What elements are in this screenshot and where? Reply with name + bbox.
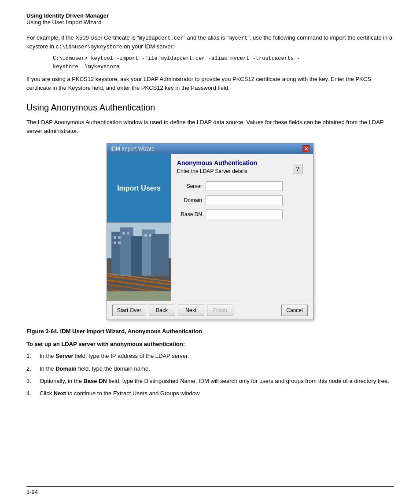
domain-field-row: Domain (177, 195, 307, 205)
page-footer: 3-94 (26, 486, 394, 495)
svg-rect-13 (144, 234, 147, 237)
next-button[interactable]: Next (178, 305, 204, 316)
section-intro: The LDAP Anonymous Authentication window… (26, 118, 394, 135)
basedn-input[interactable] (206, 210, 283, 219)
building-svg (107, 222, 171, 301)
step1-bold: Server (55, 353, 73, 359)
cancel-button[interactable]: Cancel (281, 305, 308, 316)
svg-rect-6 (151, 234, 169, 276)
code-line-2: keystore .\mykeystore (53, 63, 394, 71)
paragraph-2: If you are using a PKCS12 keystore, ask … (26, 75, 394, 92)
code-block: C:\idmuser> keytool -import -file myldap… (53, 55, 394, 71)
paragraph-1: For example, if the X509 User Certificat… (26, 33, 394, 51)
step-num-4: 4. (26, 389, 31, 398)
page-header: Using Identity Driven Manager Using the … (0, 0, 420, 29)
mono-alias: mycert (228, 35, 247, 41)
server-label: Server (177, 183, 206, 189)
svg-rect-14 (149, 234, 151, 237)
domain-label: Domain (177, 197, 206, 203)
list-item: 4. Click Next to continue to the Extract… (26, 389, 394, 398)
step-num-1: 1. (26, 352, 31, 361)
svg-rect-9 (114, 242, 116, 244)
page-number: 3-94 (26, 489, 38, 495)
dialog-main-inner: ? Anonymous Authentication Enter the LDA… (177, 159, 307, 219)
sidebar-image-panel (107, 222, 171, 301)
svg-rect-11 (122, 232, 125, 235)
dialog-sidebar: Import Users (107, 154, 171, 301)
step-num-2: 2. (26, 364, 31, 373)
mono-cert: myldapcert.cer (139, 35, 184, 41)
step2-bold: Domain (55, 365, 77, 372)
dialog-body: Import Users (107, 154, 313, 301)
list-item: 1. In the Server field, type the IP addr… (26, 352, 394, 361)
svg-rect-8 (118, 236, 121, 239)
step4-bold: Next (54, 390, 66, 397)
page-container: Using Identity Driven Manager Using the … (0, 0, 420, 504)
figure-caption-bold: Figure 3-64. IDM User Import Wizard, Ano… (26, 328, 202, 335)
list-item: 3. Optionally, in the Base DN field, typ… (26, 377, 394, 386)
server-input[interactable] (206, 181, 283, 191)
step-num-3: 3. (26, 377, 31, 386)
step3-bold: Base DN (83, 378, 107, 384)
help-icon: ? (296, 166, 299, 172)
instruction-list: 1. In the Server field, type the IP addr… (26, 352, 394, 398)
server-field-row: Server (177, 181, 307, 191)
svg-rect-7 (114, 236, 116, 239)
domain-input[interactable] (206, 195, 283, 205)
svg-rect-12 (127, 232, 129, 235)
back-button[interactable]: Back (149, 305, 175, 316)
dialog-subtitle: Enter the LDAP Server details (177, 168, 307, 174)
svg-rect-10 (118, 242, 121, 244)
dialog-title: IDM Import Wizard (111, 146, 155, 152)
start-over-button[interactable]: Start Over (112, 305, 146, 316)
content-area: For example, if the X509 User Certificat… (0, 29, 420, 419)
help-button[interactable]: ? (293, 164, 302, 173)
list-item: 2. In the Domain field, type the domain … (26, 364, 394, 373)
basedn-label: Base DN (177, 211, 206, 217)
svg-rect-20 (107, 291, 171, 300)
finish-button[interactable]: Finish (207, 305, 233, 316)
header-subtitle: Using the User Import Wizard (26, 19, 394, 26)
dialog-wrapper: IDM Import Wizard ✕ Import Users (26, 143, 394, 320)
dialog-titlebar: IDM Import Wizard ✕ (107, 143, 313, 154)
sidebar-panel-label: Import Users (113, 180, 165, 197)
section-heading: Using Anonymous Authentication (26, 103, 394, 113)
instruction-heading: To set up an LDAP server with anonymous … (26, 341, 394, 347)
header-title: Using Identity Driven Manager (26, 12, 394, 19)
dialog-section-title: Anonymous Authentication (177, 159, 307, 166)
dialog-window: IDM Import Wizard ✕ Import Users (107, 143, 313, 320)
mono-path: c:\idmuser\mykeystore (55, 44, 122, 50)
sidebar-blue-panel: Import Users (107, 154, 171, 222)
figure-caption: Figure 3-64. IDM User Import Wizard, Ano… (26, 328, 394, 335)
basedn-field-row: Base DN (177, 210, 307, 219)
code-line-1: C:\idmuser> keytool -import -file myldap… (53, 55, 394, 63)
dialog-main: ? Anonymous Authentication Enter the LDA… (171, 154, 313, 301)
dialog-footer: Start Over Back Next Finish Cancel (107, 301, 313, 320)
dialog-close-button[interactable]: ✕ (302, 145, 309, 152)
